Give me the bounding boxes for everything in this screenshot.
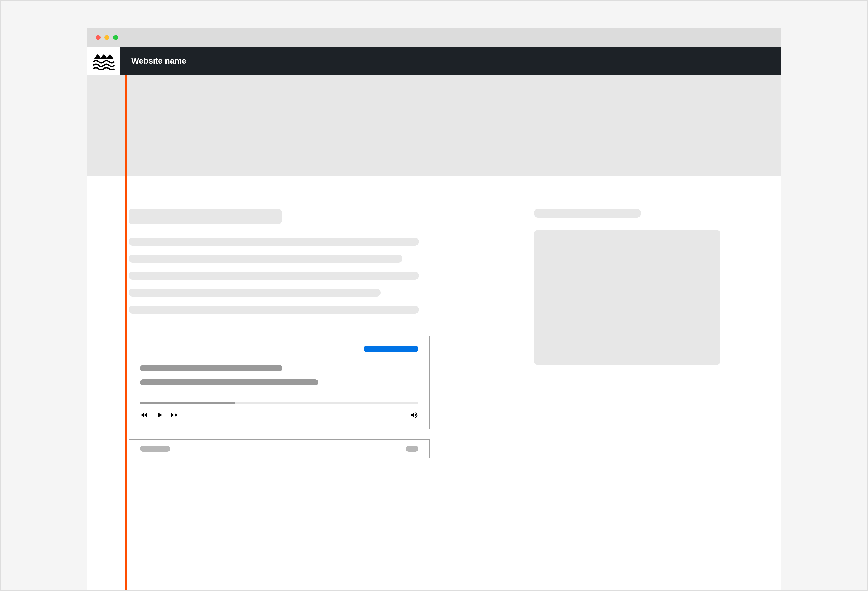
- body-line-placeholder: [128, 238, 419, 245]
- browser-titlebar: [87, 28, 781, 47]
- body-line-placeholder: [128, 272, 419, 279]
- rewind-icon: [140, 411, 148, 419]
- audio-player-card: [128, 335, 430, 429]
- player-controls: [140, 410, 418, 421]
- svg-marker-2: [106, 54, 114, 59]
- hero-band: [87, 75, 781, 176]
- player-link-placeholder[interactable]: [363, 346, 418, 352]
- play-button[interactable]: [154, 410, 164, 421]
- progress-track[interactable]: [140, 402, 418, 403]
- forward-icon: [170, 411, 179, 419]
- play-icon: [154, 410, 164, 420]
- transport-controls: [140, 410, 179, 421]
- player-link-row: [140, 346, 418, 352]
- window-minimize-icon[interactable]: [104, 35, 109, 40]
- volume-icon: [410, 411, 418, 419]
- window-maximize-icon[interactable]: [113, 35, 118, 40]
- sidebar-box-placeholder: [534, 230, 720, 365]
- alignment-guide: [125, 75, 127, 591]
- page-title-placeholder: [128, 209, 282, 224]
- body-line-placeholder: [128, 289, 381, 297]
- main-column: [128, 209, 430, 458]
- volume-button[interactable]: [410, 411, 418, 420]
- progress-fill: [140, 402, 235, 404]
- site-name: Website name: [131, 56, 186, 65]
- sidebar-title-placeholder: [534, 209, 641, 218]
- list-row-card[interactable]: [128, 439, 430, 458]
- browser-window: Website name: [87, 28, 781, 591]
- window-close-icon[interactable]: [96, 35, 100, 40]
- sidebar-column: [534, 209, 720, 458]
- row-label-placeholder: [140, 446, 170, 452]
- site-header: Website name: [87, 47, 781, 75]
- rewind-button[interactable]: [140, 411, 148, 420]
- logo-icon: [93, 51, 115, 71]
- media-subtitle-placeholder: [140, 380, 318, 386]
- site-logo[interactable]: [87, 47, 120, 75]
- row-value-placeholder: [406, 446, 418, 452]
- content-area: [87, 176, 781, 458]
- svg-marker-0: [94, 54, 101, 59]
- svg-marker-1: [100, 54, 108, 59]
- outer-canvas: Website name: [0, 28, 868, 591]
- body-line-placeholder: [128, 306, 419, 313]
- media-title-placeholder: [140, 365, 282, 371]
- forward-button[interactable]: [170, 411, 179, 420]
- body-line-placeholder: [128, 255, 403, 263]
